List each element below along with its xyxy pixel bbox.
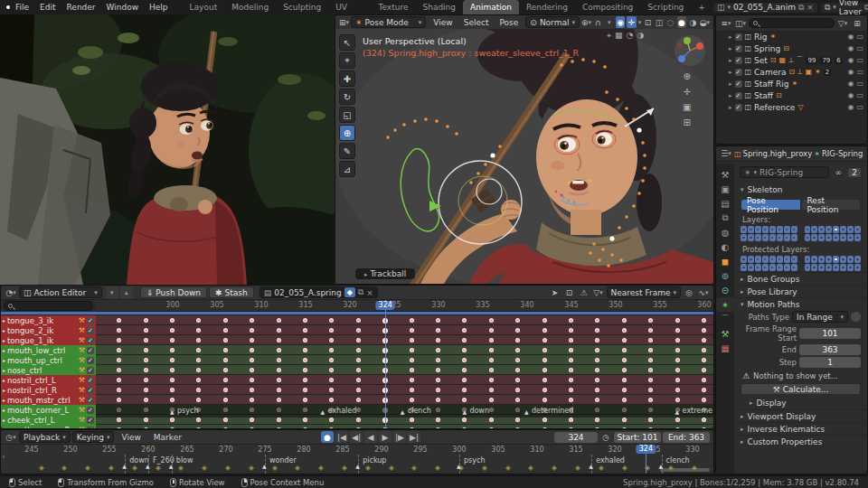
keyframe[interactable] [277,328,281,333]
keyframe[interactable] [489,348,494,352]
keyframe[interactable] [329,338,334,343]
xray-toggle-icon[interactable]: ◫ [655,16,664,28]
layer-toggle[interactable] [811,226,817,233]
keyframe[interactable] [410,318,414,323]
jump-to-end-icon[interactable]: ▶| [408,431,420,443]
layer-toggle[interactable] [755,226,761,233]
hide-eye-icon[interactable]: ◉ [847,56,854,64]
viewport-menu-view[interactable]: View [428,15,458,30]
panel-header-viewport-display[interactable]: ▸Viewport Display [735,409,866,422]
keyframe-row-tongue_2_ik[interactable] [96,325,713,335]
tool-cursor[interactable]: ⌖ [339,52,355,69]
channel-enable-checkbox[interactable]: ✓ [87,397,94,404]
disable-viewport-icon[interactable]: ▭ [856,91,863,99]
keyframe[interactable] [542,348,547,352]
action-unlink-icon[interactable]: × [366,288,373,297]
keyframe[interactable] [303,418,307,422]
keyframe[interactable] [515,388,520,392]
layer-toggle[interactable] [833,264,839,271]
layer-toggle[interactable] [811,264,817,271]
disable-viewport-icon[interactable]: ▭ [856,33,863,41]
panel-header-inverse-kinematics[interactable]: ▸Inverse Kinematics [735,422,866,435]
keyframe[interactable] [622,427,627,428]
keyframe-row-mouth_low_ctrl[interactable] [96,345,713,355]
keyframe[interactable] [569,348,573,352]
keyframe[interactable] [250,338,254,343]
panel-header-bone-groups[interactable]: ▸Bone Groups [735,272,866,285]
channel-mouth_mstr_ctrl[interactable]: ▸mouth_mstr_ctrl⚒✓ [1,395,96,405]
keyframe[interactable] [144,368,148,372]
keyframe[interactable] [702,388,706,392]
marker-triangle-icon[interactable]: ▲ [169,463,174,469]
layer-toggle[interactable] [847,226,854,233]
keyframe[interactable] [144,318,148,323]
keyframe[interactable] [515,348,520,352]
keyframe[interactable] [622,388,627,392]
keyframe[interactable] [117,427,121,428]
keyframe[interactable] [648,427,653,428]
expand-icon[interactable]: ▸ [729,69,732,76]
timeline-keyframe[interactable] [389,465,394,471]
timeline-current-frame-badge[interactable]: 324 [637,445,656,454]
keyframe[interactable] [410,388,414,392]
keyframe[interactable] [515,338,520,343]
keyframe[interactable] [595,398,599,402]
layer-toggle[interactable] [840,256,846,263]
workspace-tab-texture-paint[interactable]: Texture Paint [372,0,416,14]
keyframe[interactable] [144,418,148,422]
hide-hidden-filter-icon[interactable]: ⊡ [563,286,576,298]
keyframe[interactable] [144,388,148,392]
marker-triangle-icon[interactable]: ▲ [262,463,267,469]
keyframe[interactable] [170,378,175,382]
keyframe[interactable] [410,328,414,333]
layer-toggle[interactable] [791,226,797,233]
keyframe[interactable] [515,427,520,428]
workspace-tab-shading[interactable]: Shading [415,0,463,14]
keyframe[interactable] [410,368,414,372]
timeline-keyframe[interactable] [108,465,114,471]
shading-rendered-icon[interactable]: ◒▾ [700,16,710,28]
disable-viewport-icon[interactable]: ▭ [856,80,863,88]
layer-toggle[interactable] [748,234,754,241]
keyframe[interactable] [515,368,520,372]
keyframe[interactable] [489,378,494,382]
keyframe[interactable] [144,358,148,362]
modifier-wrench-icon[interactable]: ⚒ [79,416,85,424]
timeline-view-menu[interactable]: View [116,430,146,445]
keyframe[interactable] [170,388,175,392]
keyframe[interactable] [356,358,361,362]
properties-editor-type-icon[interactable]: ☰▾ [720,148,732,160]
field-value-frame-range-start[interactable]: 101 [799,328,861,339]
keyframe[interactable] [277,348,281,352]
menu-window[interactable]: Window [101,0,145,14]
prev-keyframe-icon[interactable]: ◀| [350,431,363,443]
keyframe[interactable] [648,388,653,392]
timeline-keyframe[interactable] [179,465,184,471]
layer-toggle[interactable] [741,234,747,241]
keyframe[interactable] [675,398,680,402]
keyframe[interactable] [436,358,440,362]
modifier-wrench-icon[interactable]: ⚒ [79,356,85,364]
channel-enable-checkbox[interactable]: ✓ [87,327,94,334]
layer-toggle[interactable] [840,234,846,241]
layer-toggle[interactable] [748,264,754,271]
timeline-keyframe[interactable] [272,465,278,471]
outliner-row-camera[interactable]: ▸✓◫Camera⊡⟂▣✶2◉▭ [716,66,867,78]
collection-checkbox[interactable]: ✓ [735,80,742,88]
keyframe[interactable] [196,358,201,362]
channel-move-up-icon[interactable]: ▴ [120,286,133,298]
keyframe[interactable] [144,348,148,352]
keyframe[interactable] [569,358,573,362]
marker-triangle-icon[interactable]: ▲ [659,463,664,469]
keyframe[interactable] [277,368,281,372]
timeline-keyframe[interactable] [552,465,557,471]
keyframe[interactable] [223,318,228,323]
keyframe[interactable] [436,338,440,343]
keyframe[interactable] [277,338,281,343]
keyframe[interactable] [223,348,228,352]
keyframe[interactable] [277,318,281,323]
keyframe[interactable] [329,427,334,428]
expand-icon[interactable]: ▸ [729,57,732,64]
keyframe[interactable] [117,348,121,352]
frame-end-field[interactable]: End: 363 [663,432,710,443]
